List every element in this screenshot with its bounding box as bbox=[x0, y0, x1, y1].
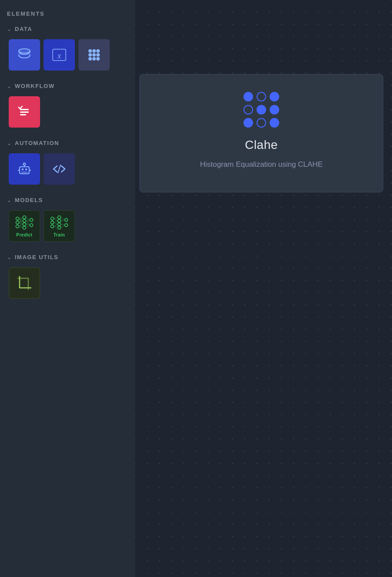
svg-line-65 bbox=[61, 217, 65, 220]
svg-point-30 bbox=[23, 219, 26, 223]
svg-point-26 bbox=[16, 217, 19, 220]
svg-point-21 bbox=[24, 163, 26, 165]
svg-line-67 bbox=[61, 224, 65, 225]
card-dot-1-1 bbox=[257, 105, 266, 115]
svg-line-25 bbox=[58, 165, 61, 173]
train-button[interactable]: Train bbox=[44, 210, 75, 242]
svg-rect-69 bbox=[20, 278, 28, 288]
main-canvas: Clahe Histogram Equalization using CLAHE bbox=[135, 0, 392, 577]
grid-icon bbox=[86, 47, 102, 63]
elements-title: ELEMENTS bbox=[7, 10, 128, 17]
svg-point-51 bbox=[51, 221, 54, 224]
chevron-automation-icon: ⌄ bbox=[7, 140, 11, 146]
section-label-data: DATA bbox=[15, 26, 32, 32]
svg-point-5 bbox=[92, 49, 96, 53]
svg-point-6 bbox=[96, 49, 100, 53]
svg-point-34 bbox=[30, 224, 33, 227]
svg-text:x: x bbox=[57, 51, 61, 60]
svg-rect-14 bbox=[20, 109, 29, 110]
svg-line-44 bbox=[26, 217, 30, 220]
card-dot-2-1 bbox=[257, 118, 266, 128]
predict-button[interactable]: Predict bbox=[9, 210, 40, 242]
variable-icon: x bbox=[51, 47, 68, 63]
svg-point-4 bbox=[88, 49, 92, 53]
card-dot-1-2 bbox=[270, 105, 279, 115]
svg-point-56 bbox=[58, 226, 61, 229]
section-header-image-utils: ⌄ IMAGE UTILS bbox=[7, 254, 128, 260]
svg-rect-16 bbox=[20, 114, 26, 115]
train-label: Train bbox=[54, 233, 65, 238]
svg-point-29 bbox=[23, 216, 26, 219]
robot-icon bbox=[16, 161, 33, 177]
section-workflow: ⌄ WORKFLOW bbox=[7, 83, 128, 136]
code-icon bbox=[51, 161, 68, 177]
card-dot-1-0 bbox=[243, 105, 253, 115]
grid-button[interactable] bbox=[78, 39, 110, 71]
models-icon-grid: Predict bbox=[7, 210, 128, 242]
svg-line-68 bbox=[61, 225, 65, 228]
svg-rect-19 bbox=[25, 169, 27, 170]
svg-point-10 bbox=[88, 57, 92, 61]
section-image-utils: ⌄ IMAGE UTILS bbox=[7, 254, 128, 307]
section-label-image-utils: IMAGE UTILS bbox=[15, 254, 58, 260]
workflow-button[interactable] bbox=[9, 96, 40, 128]
card-dot-2-2 bbox=[270, 118, 279, 128]
svg-point-28 bbox=[16, 225, 19, 228]
svg-point-11 bbox=[92, 57, 96, 61]
card-icon-grid bbox=[243, 92, 279, 128]
svg-point-8 bbox=[92, 53, 96, 57]
section-header-automation: ⌄ AUTOMATION bbox=[7, 140, 128, 146]
sidebar: ELEMENTS ⌄ DATA x bbox=[0, 0, 135, 577]
card-description: Histogram Equalization using CLAHE bbox=[200, 159, 323, 170]
svg-line-42 bbox=[19, 224, 23, 226]
chevron-workflow-icon: ⌄ bbox=[7, 83, 11, 89]
chevron-data-icon: ⌄ bbox=[7, 26, 11, 32]
section-models: ⌄ MODELS bbox=[7, 197, 128, 250]
section-header-workflow: ⌄ WORKFLOW bbox=[7, 83, 128, 89]
robot-button[interactable] bbox=[9, 153, 40, 185]
card-dot-2-0 bbox=[243, 118, 253, 128]
svg-point-52 bbox=[51, 225, 54, 228]
svg-point-7 bbox=[88, 53, 92, 57]
svg-point-9 bbox=[96, 53, 100, 57]
section-header-data: ⌄ DATA bbox=[7, 26, 128, 32]
chevron-models-icon: ⌄ bbox=[7, 197, 11, 203]
predict-neural-icon bbox=[15, 214, 34, 231]
section-label-automation: AUTOMATION bbox=[15, 140, 59, 146]
svg-line-49 bbox=[26, 225, 30, 228]
crop-button[interactable] bbox=[9, 267, 40, 299]
svg-point-55 bbox=[58, 223, 61, 226]
svg-rect-18 bbox=[22, 169, 24, 170]
workflow-icon-grid bbox=[7, 96, 128, 128]
svg-point-33 bbox=[30, 219, 33, 222]
card-title: Clahe bbox=[245, 138, 278, 152]
variable-button[interactable]: x bbox=[44, 39, 75, 71]
svg-point-27 bbox=[16, 221, 19, 224]
svg-line-63 bbox=[54, 224, 58, 226]
svg-line-62 bbox=[54, 223, 58, 224]
svg-point-12 bbox=[96, 57, 100, 61]
checklist-icon bbox=[16, 104, 33, 120]
database-icon bbox=[16, 47, 33, 63]
section-label-workflow: WORKFLOW bbox=[15, 83, 54, 89]
code-button[interactable] bbox=[44, 153, 75, 185]
database-button[interactable] bbox=[9, 39, 40, 71]
clahe-card: Clahe Histogram Equalization using CLAHE bbox=[139, 74, 383, 192]
card-dot-0-0 bbox=[243, 92, 253, 101]
svg-point-32 bbox=[23, 226, 26, 229]
section-header-models: ⌄ MODELS bbox=[7, 197, 128, 203]
chevron-image-utils-icon: ⌄ bbox=[7, 254, 11, 260]
svg-rect-15 bbox=[20, 111, 29, 113]
train-neural-icon bbox=[50, 214, 69, 231]
card-dot-0-2 bbox=[270, 92, 279, 101]
svg-line-60 bbox=[54, 219, 58, 221]
predict-label: Predict bbox=[16, 233, 32, 238]
section-automation: ⌄ AUTOMATION bbox=[7, 140, 128, 193]
svg-point-1 bbox=[19, 49, 30, 53]
svg-point-54 bbox=[58, 219, 61, 223]
svg-point-31 bbox=[23, 223, 26, 226]
data-icon-grid: x bbox=[7, 39, 128, 71]
svg-point-53 bbox=[58, 216, 61, 219]
section-data: ⌄ DATA x bbox=[7, 26, 128, 79]
svg-point-58 bbox=[65, 224, 68, 227]
